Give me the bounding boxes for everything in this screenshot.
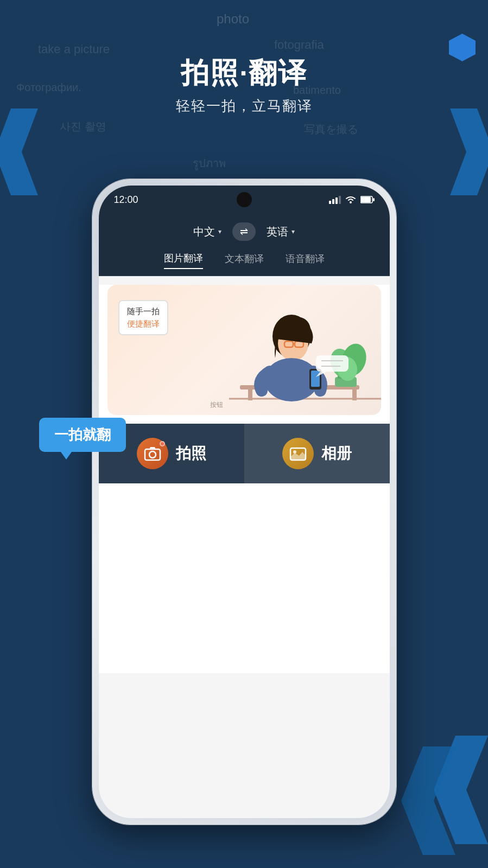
bg-text-photo: photo: [217, 11, 249, 27]
svg-rect-12: [373, 198, 375, 201]
wifi-icon: [345, 195, 356, 204]
source-lang-label: 中文: [193, 225, 215, 239]
status-bar: 12:00: [99, 186, 390, 214]
tab-image-translate[interactable]: 图片翻译: [164, 252, 203, 269]
album-button[interactable]: 相册: [244, 424, 390, 483]
target-lang-label: 英语: [267, 225, 288, 239]
bg-text-fotografia: fotografia: [274, 38, 324, 52]
album-button-label: 相册: [321, 443, 352, 464]
bubble-line2: 便捷翻译: [127, 318, 160, 330]
camera-icon: [137, 438, 168, 469]
app-header: 中文 ▾ ⇌ 英语 ▾: [99, 214, 390, 252]
illustration-area: 随手一拍 便捷翻译: [107, 285, 381, 415]
album-svg: [289, 446, 307, 461]
deco-arrow-bottom-right2: [401, 746, 455, 857]
svg-rect-29: [311, 371, 320, 387]
svg-rect-7: [335, 197, 338, 204]
battery-icon: [360, 196, 375, 203]
bg-text-japanese: 写真を撮る: [304, 122, 358, 137]
deco-arrow-right: [450, 108, 488, 197]
svg-marker-4: [401, 746, 455, 855]
tab-text-translate[interactable]: 文本翻译: [225, 252, 264, 269]
target-lang-button[interactable]: 英语 ▾: [267, 225, 295, 239]
svg-point-9: [350, 201, 352, 203]
status-time: 12:00: [114, 194, 138, 206]
svg-rect-15: [248, 390, 252, 400]
tab-bar: 图片翻译 文本翻译 语音翻译: [99, 252, 390, 276]
camera-button-label: 拍照: [176, 443, 206, 464]
bg-text-thai: รูปภาพ: [193, 155, 226, 172]
phone-outer: 12:00: [92, 179, 396, 825]
main-subtitle: 轻轻一拍，立马翻译: [0, 97, 488, 116]
deco-arrow-left: [0, 108, 38, 197]
illustration-svg: [197, 285, 381, 415]
camera-svg: [144, 446, 161, 461]
action-area: 拍照 相册: [99, 424, 390, 483]
signal-icon: [329, 195, 341, 204]
bubble-line1: 随手一拍: [127, 305, 160, 318]
main-title-area: 拍照·翻译 轻轻一拍，立马翻译: [0, 54, 488, 116]
status-icons: [329, 195, 375, 204]
source-lang-button[interactable]: 中文 ▾: [193, 225, 221, 239]
bottom-white-area: [99, 483, 390, 673]
svg-point-35: [149, 451, 156, 458]
svg-rect-11: [361, 197, 371, 202]
svg-rect-5: [329, 201, 331, 204]
swap-lang-button[interactable]: ⇌: [232, 222, 256, 241]
speech-bubble: 随手一拍 便捷翻译: [118, 300, 168, 335]
album-icon: [282, 438, 314, 469]
svg-rect-16: [352, 390, 357, 400]
main-title: 拍照·翻译: [0, 54, 488, 92]
svg-rect-8: [339, 196, 341, 204]
svg-rect-6: [332, 199, 334, 204]
svg-rect-36: [150, 447, 155, 450]
app-content: 随手一拍 便捷翻译: [99, 285, 390, 673]
target-lang-arrow: ▾: [291, 228, 295, 235]
tooltip-bubble: 一拍就翻: [39, 418, 126, 452]
svg-rect-30: [316, 355, 348, 372]
phone-mockup: 12:00: [92, 179, 396, 825]
camera-icon-dot: [160, 441, 165, 446]
source-lang-arrow: ▾: [218, 228, 221, 235]
press-hint: 按钮: [210, 400, 223, 410]
phone-inner: 12:00: [99, 186, 390, 818]
tab-voice-translate[interactable]: 语音翻译: [286, 252, 325, 269]
svg-marker-1: [450, 108, 488, 195]
bg-text-korean: 사진 촬영: [60, 119, 106, 134]
swap-icon: ⇌: [240, 226, 248, 237]
svg-marker-0: [0, 108, 38, 195]
camera-notch: [237, 192, 252, 207]
